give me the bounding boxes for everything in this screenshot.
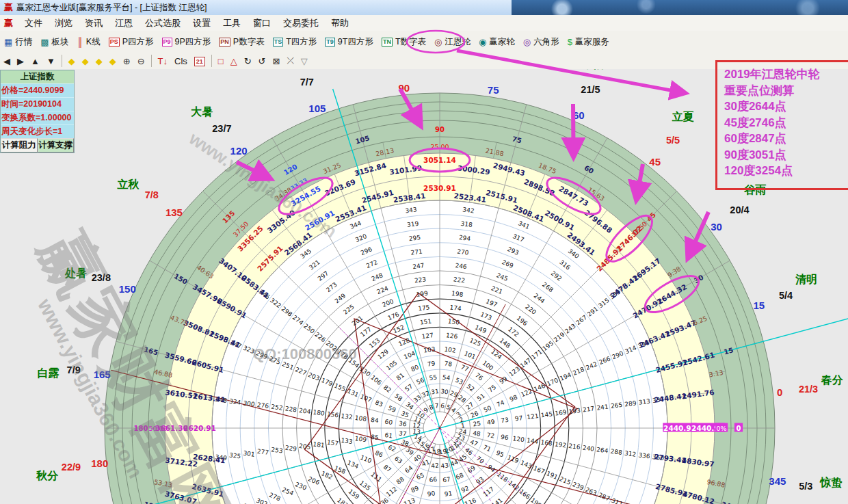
outside-term-345: 惊蛰 [819,476,842,489]
outside-date-105: 7/7 [300,77,314,88]
svg-text:42: 42 [431,462,440,469]
calc-support-button[interactable]: 计算支撑 [38,138,75,152]
blocks-icon: ▩ [40,38,49,47]
tool-t-down-icon[interactable]: T↓ [155,55,171,67]
tool-rotate-cw-icon[interactable]: ↻ [241,55,255,67]
toolbar-label: T四方形 [286,36,317,48]
tool-rect-tool-icon[interactable]: □ [215,55,227,67]
tn-box-icon: TN [382,38,393,47]
instrument-title: 上证指数 [1,70,74,83]
toolbar-label: 赢家服务 [575,36,609,48]
toolbar-hexagon-button[interactable]: ◎六角形 [519,34,564,50]
tool-flag-tool-icon[interactable]: ▽ [297,55,311,67]
tool-scale-tool-icon[interactable]: ⤫ [283,55,297,67]
outside-degree-345: 345 [769,475,786,487]
tool-triangle-tool-icon[interactable]: △ [227,55,241,67]
svg-text:85: 85 [371,434,380,441]
outside-term-165: 白露 [38,367,59,379]
tool-next-icon[interactable]: ▶ [14,55,27,67]
panel-param-row-1: 时间=20190104 [1,97,74,111]
svg-text:66: 66 [429,476,438,483]
toolbar-label: 板块 [52,36,69,48]
outside-degree-75: 75 [488,84,499,96]
svg-text:180: 180 [134,425,148,432]
toolbar-separator [151,55,152,67]
toolbar-winner-wheel-button[interactable]: ◉赢家轮 [475,34,519,50]
outside-term-15: 清明 [795,274,817,285]
toolbar-label: 9P四方形 [175,36,211,48]
outside-degree-45: 45 [649,156,661,168]
menu-设置[interactable]: 设置 [187,16,217,31]
menu-公式选股[interactable]: 公式选股 [139,16,187,31]
tool-box-x-tool-icon[interactable]: ⊠ [269,55,283,67]
toolbar-label: 江恩轮 [445,36,471,48]
svg-text:61: 61 [384,432,393,439]
outside-degree-30: 30 [711,221,722,233]
outside-date-0: 21/3 [799,384,818,395]
toolbar-9p-square-button[interactable]: P99P四方形 [158,34,215,50]
toolbar-gann-wheel-button[interactable]: ◎江恩轮 [430,34,475,50]
outside-term-45: 立夏 [672,111,694,122]
svg-text:43: 43 [440,462,449,469]
tool-rotate-ccw-icon[interactable]: ↺ [255,55,269,67]
toolbar-p-table-button[interactable]: PNP数字表 [215,34,268,50]
svg-text:30: 30 [440,388,449,395]
tool-pennant-up-icon[interactable]: ▲ [27,55,43,67]
outside-degree-105: 105 [308,103,326,114]
tool-diamond-right-icon[interactable]: ◆ [79,55,92,67]
annotation-line-1: 重要点位测算 [724,83,848,99]
outside-date-150: 23/8 [92,272,111,283]
menu-文件[interactable]: 文件 [18,16,49,31]
outside-term-60: 小满 [583,69,605,70]
annotation-line-2: 30度2644点 [724,98,848,115]
pn-box-icon: PN [219,38,230,47]
outside-date-165: 7/9 [67,364,81,375]
calc-resistance-button[interactable]: 计算阻力 [1,138,38,152]
tool-zoom-in-icon[interactable]: ⊕ [120,55,134,67]
toolbar-t-table-button[interactable]: TNT数字表 [377,34,430,50]
outside-term-135: 立秋 [117,178,140,190]
tool-diamond-left-icon[interactable]: ◆ [65,55,79,67]
menu-浏览[interactable]: 浏览 [49,16,79,31]
svg-text:0%: 0% [716,425,726,432]
tool-pennant-down-icon[interactable]: ▼ [43,55,59,67]
tool-diamond-down-icon[interactable]: ◆ [106,55,120,67]
menu-资讯[interactable]: 资讯 [79,16,109,31]
tool-diamond-up-icon[interactable]: ◆ [92,55,106,67]
toolbar-label: K线 [86,36,101,48]
toolbar-quotes-button[interactable]: ▦行情 [0,34,36,50]
toolbar-label: T数字表 [395,36,426,48]
outside-degree-150: 150 [119,283,136,295]
outside-term-120: 大暑 [191,106,213,118]
menu-窗口[interactable]: 窗口 [247,16,277,31]
outside-degree-165: 165 [94,369,111,380]
tool-zoom-out-icon[interactable]: ⊖ [134,55,148,67]
outside-degree-0: 0 [777,386,782,398]
outside-date-345: 5/3 [799,481,812,492]
dollar-icon: $ [568,38,572,47]
toolbar-p-square-button[interactable]: PSP四方形 [105,34,158,50]
toolbar-label: 行情 [15,36,32,48]
panel-param-row-3: 周天变化步长=1 [1,124,74,138]
svg-text:25.00: 25.00 [430,143,449,150]
toolbar-9t-square-button[interactable]: T99T四方形 [321,34,377,50]
tool-calendar-icon[interactable]: 21 [191,55,209,67]
menu-江恩[interactable]: 江恩 [109,16,139,31]
tool-cls-icon[interactable]: Cls [171,55,191,67]
tool-prev-icon[interactable]: ◀ [0,55,14,67]
outside-date-45: 5/5 [666,135,680,146]
svg-text:67: 67 [442,476,451,483]
menu-帮助[interactable]: 帮助 [325,16,355,31]
toolbar-kline-button[interactable]: ║K线 [73,34,105,50]
toolbar-winner-service-button[interactable]: $赢家服务 [564,34,613,50]
toolbar-label: P四方形 [122,36,154,48]
menu-工具[interactable]: 工具 [217,16,247,31]
toolbar-sectors-button[interactable]: ▩板块 [36,34,72,50]
toolbar-label: 六角形 [533,36,559,48]
toolbar-separator [62,55,62,67]
menu-交易委托[interactable]: 交易委托 [277,16,325,31]
svg-text:60: 60 [384,418,393,425]
app-logo-icon: 赢 [4,1,13,14]
outside-term-150: 处暑 [64,267,87,279]
toolbar-t-square-button[interactable]: TST四方形 [269,34,321,50]
